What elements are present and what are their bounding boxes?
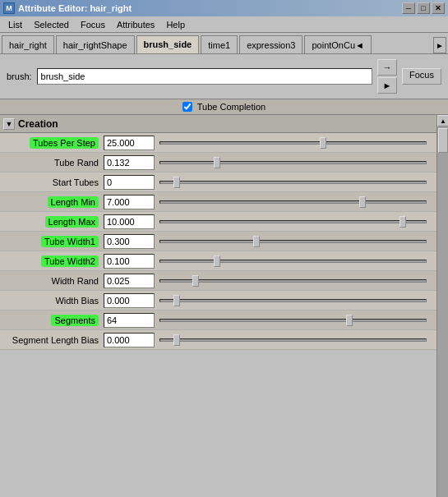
section-collapse-button[interactable]: ▼ — [3, 118, 15, 130]
window-title: Attribute Editor: hair_right — [18, 3, 402, 13]
slider-track-10[interactable] — [159, 338, 427, 342]
attr-label-3[interactable]: Length Min — [48, 196, 99, 208]
attr-value-input-4[interactable] — [104, 214, 155, 229]
attr-value-input-6[interactable] — [104, 254, 155, 269]
attr-value-input-0[interactable] — [104, 136, 155, 150]
attr-label-0[interactable]: Tubes Per Step — [30, 137, 99, 149]
slider-track-6[interactable] — [159, 260, 427, 263]
brush-icon-col: → ► — [377, 59, 397, 94]
brush-icon2-button[interactable]: ► — [377, 77, 397, 94]
table-row: Start Tubes — [0, 173, 436, 192]
slider-track-4[interactable] — [159, 220, 427, 223]
menu-item-focus[interactable]: Focus — [76, 18, 110, 31]
table-row: Tube Width1 — [0, 232, 436, 251]
slider-container-6 — [155, 260, 432, 263]
slider-track-5[interactable] — [159, 240, 427, 243]
scroll-thumb[interactable] — [438, 128, 448, 153]
table-row: Tubes Per Step — [0, 133, 436, 153]
slider-track-3[interactable] — [159, 200, 427, 204]
attr-label-2: Start Tubes — [5, 177, 104, 187]
tab-scroll-right-button[interactable]: ► — [433, 37, 446, 53]
content-inner: ▼ Creation Tubes Per StepTube RandStart … — [0, 115, 436, 353]
slider-track-0[interactable] — [159, 141, 427, 145]
tube-completion-checkbox[interactable] — [182, 102, 192, 112]
brush-row: brush: → ► Focus — [0, 54, 448, 99]
table-row: Length Max — [0, 212, 436, 232]
restore-button[interactable]: □ — [417, 2, 430, 14]
attr-label-10: Segment Length Bias — [5, 335, 104, 345]
table-row: Length Min — [0, 192, 436, 212]
slider-track-7[interactable] — [159, 279, 427, 283]
attr-value-input-10[interactable] — [104, 333, 155, 347]
slider-thumb-0[interactable] — [320, 137, 326, 149]
window-controls: ─ □ ✕ — [402, 2, 445, 14]
tab-time1[interactable]: time1 — [201, 35, 238, 53]
slider-thumb-5[interactable] — [253, 236, 260, 247]
tube-completion-row: Tube Completion — [0, 99, 448, 115]
attr-value-input-9[interactable] — [104, 313, 155, 328]
menu-bar: ListSelectedFocusAttributesHelp — [0, 16, 448, 33]
slider-track-9[interactable] — [159, 319, 427, 322]
slider-thumb-8[interactable] — [173, 295, 180, 306]
brush-label: brush: — [7, 71, 32, 81]
scroll-up-button[interactable]: ▲ — [437, 115, 448, 127]
slider-container-10 — [155, 338, 432, 342]
tab-expression3[interactable]: expression3 — [239, 35, 303, 53]
brush-icon1-button[interactable]: → — [377, 59, 397, 76]
attr-rows-container: Tubes Per StepTube RandStart TubesLength… — [0, 133, 436, 350]
tab-pointOnCu[interactable]: pointOnCu◄ — [304, 35, 371, 53]
slider-container-4 — [155, 220, 432, 223]
slider-track-1[interactable] — [159, 161, 427, 164]
close-button[interactable]: ✕ — [432, 2, 445, 14]
table-row: Width Bias — [0, 291, 436, 311]
tab-brush_side[interactable]: brush_side — [136, 35, 200, 53]
slider-thumb-7[interactable] — [192, 275, 199, 287]
slider-thumb-1[interactable] — [214, 157, 220, 168]
attr-value-input-8[interactable] — [104, 293, 155, 308]
attr-label-5[interactable]: Tube Width1 — [41, 236, 99, 247]
minimize-button[interactable]: ─ — [402, 2, 415, 14]
slider-container-9 — [155, 319, 432, 322]
slider-container-2 — [155, 181, 432, 184]
attr-value-input-7[interactable] — [104, 274, 155, 288]
section-title: Creation — [18, 118, 58, 130]
table-row: Tube Rand — [0, 153, 436, 173]
attr-value-input-3[interactable] — [104, 195, 155, 209]
table-row: Width Rand — [0, 271, 436, 291]
scrollbar: ▲ ▼ — [436, 115, 448, 497]
attr-label-1: Tube Rand — [5, 158, 104, 168]
attr-value-input-2[interactable] — [104, 175, 155, 190]
attr-value-input-5[interactable] — [104, 234, 155, 249]
brush-input[interactable] — [37, 68, 372, 85]
slider-thumb-3[interactable] — [359, 196, 366, 208]
table-row: Tube Width2 — [0, 251, 436, 271]
tab-hair_rightShape[interactable]: hair_rightShape — [56, 35, 135, 53]
section-header: ▼ Creation — [0, 115, 436, 133]
scroll-track — [437, 127, 448, 497]
slider-container-8 — [155, 299, 432, 302]
menu-item-selected[interactable]: Selected — [29, 18, 74, 31]
slider-thumb-6[interactable] — [214, 255, 220, 267]
slider-container-0 — [155, 141, 432, 145]
menu-item-help[interactable]: Help — [161, 18, 190, 31]
slider-track-2[interactable] — [159, 181, 427, 184]
tube-completion-label: Tube Completion — [197, 102, 266, 112]
attr-label-9[interactable]: Segments — [51, 315, 99, 326]
slider-container-3 — [155, 200, 432, 204]
tab-hair_right[interactable]: hair_right — [2, 35, 54, 53]
slider-thumb-10[interactable] — [173, 334, 180, 346]
attr-label-4[interactable]: Length Max — [45, 216, 99, 228]
content-panel: ▼ Creation Tubes Per StepTube RandStart … — [0, 115, 436, 497]
menu-item-attributes[interactable]: Attributes — [112, 18, 159, 31]
slider-thumb-9[interactable] — [346, 315, 353, 326]
tab-bar: hair_righthair_rightShapebrush_sidetime1… — [0, 33, 448, 54]
focus-button[interactable]: Focus — [402, 68, 441, 85]
slider-track-8[interactable] — [159, 299, 427, 302]
main-area: ▼ Creation Tubes Per StepTube RandStart … — [0, 115, 448, 497]
slider-container-1 — [155, 161, 432, 164]
menu-item-list[interactable]: List — [3, 18, 27, 31]
slider-thumb-2[interactable] — [173, 177, 180, 188]
attr-label-6[interactable]: Tube Width2 — [41, 255, 99, 267]
attr-value-input-1[interactable] — [104, 155, 155, 170]
slider-thumb-4[interactable] — [400, 216, 406, 228]
